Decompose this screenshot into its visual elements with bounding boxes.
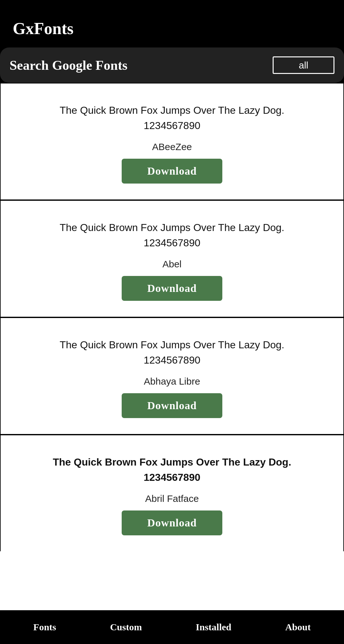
preview-line1: The Quick Brown Fox Jumps Over The Lazy …	[60, 103, 284, 118]
app-header: GxFonts	[0, 0, 344, 47]
bottom-nav: Fonts Custom Installed About	[0, 610, 344, 644]
nav-item-fonts[interactable]: Fonts	[28, 619, 61, 635]
search-bar: Search Google Fonts all serif sans-serif…	[0, 47, 344, 83]
preview-line2: 1234567890	[60, 352, 284, 368]
font-preview: The Quick Brown Fox Jumps Over The Lazy …	[60, 337, 284, 368]
nav-item-installed[interactable]: Installed	[191, 619, 237, 635]
search-label: Search Google Fonts	[10, 58, 127, 73]
download-button[interactable]: Download	[122, 510, 222, 535]
font-name: Abel	[162, 259, 182, 270]
download-button[interactable]: Download	[122, 159, 222, 184]
download-button[interactable]: Download	[122, 276, 222, 301]
font-name: Abril Fatface	[145, 493, 199, 504]
preview-line2: 1234567890	[60, 118, 284, 133]
preview-line1: The Quick Brown Fox Jumps Over The Lazy …	[60, 337, 284, 352]
font-preview: The Quick Brown Fox Jumps Over The Lazy …	[60, 103, 284, 133]
nav-item-about[interactable]: About	[280, 619, 316, 635]
nav-item-custom[interactable]: Custom	[105, 619, 147, 635]
font-preview: The Quick Brown Fox Jumps Over The Lazy …	[53, 454, 291, 485]
filter-select[interactable]: all serif sans-serif display monospace h…	[273, 56, 334, 74]
font-card: The Quick Brown Fox Jumps Over The Lazy …	[0, 435, 344, 551]
preview-line2: 1234567890	[53, 470, 291, 485]
download-button[interactable]: Download	[122, 393, 222, 418]
preview-line1: The Quick Brown Fox Jumps Over The Lazy …	[53, 454, 291, 470]
font-card: The Quick Brown Fox Jumps Over The Lazy …	[0, 83, 344, 200]
font-name: ABeeZee	[152, 141, 192, 152]
font-preview: The Quick Brown Fox Jumps Over The Lazy …	[60, 220, 284, 250]
fonts-list: The Quick Brown Fox Jumps Over The Lazy …	[0, 83, 344, 610]
preview-line2: 1234567890	[60, 235, 284, 250]
font-card: The Quick Brown Fox Jumps Over The Lazy …	[0, 317, 344, 435]
font-card: The Quick Brown Fox Jumps Over The Lazy …	[0, 200, 344, 317]
font-name: Abhaya Libre	[144, 376, 200, 387]
preview-line1: The Quick Brown Fox Jumps Over The Lazy …	[60, 220, 284, 235]
app-title: GxFonts	[13, 19, 74, 38]
